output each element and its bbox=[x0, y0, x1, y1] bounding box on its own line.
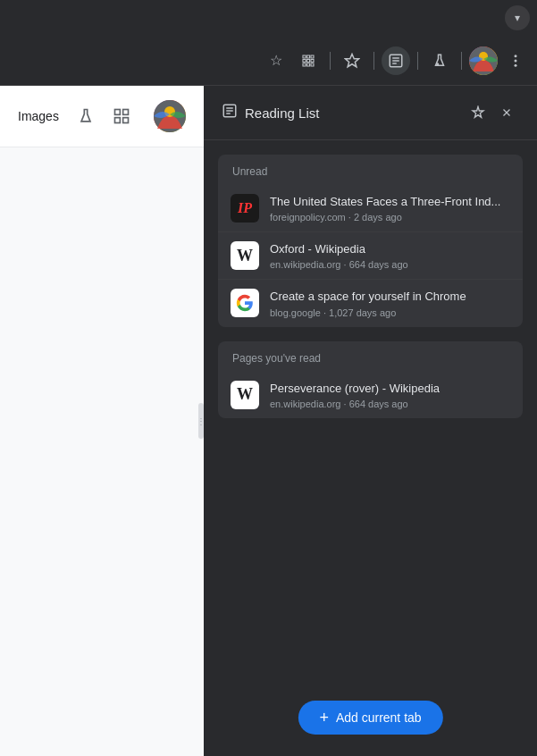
unread-section-header: Unread bbox=[218, 155, 523, 185]
item-title: Oxford - Wikipedia bbox=[270, 241, 510, 257]
list-item[interactable]: W Perseverance (rover) - Wikipedia en.wi… bbox=[218, 372, 523, 418]
main-area: Images bbox=[0, 86, 537, 756]
panel-header: Reading List bbox=[204, 86, 537, 140]
svg-point-10 bbox=[515, 63, 517, 66]
panel-header-actions bbox=[466, 100, 519, 125]
bookmark-icon[interactable]: ☆ bbox=[262, 46, 290, 75]
add-tab-label: Add current tab bbox=[336, 710, 422, 725]
sidebar-profile-avatar[interactable] bbox=[154, 100, 186, 132]
item-text-fp: The United States Faces a Three-Front In… bbox=[270, 194, 510, 223]
svg-point-8 bbox=[515, 55, 517, 57]
top-bar: ▾ bbox=[0, 0, 537, 36]
svg-rect-13 bbox=[114, 118, 120, 123]
item-text-oxford: Oxford - Wikipedia en.wikipedia.org · 66… bbox=[270, 241, 510, 270]
item-title: Perseverance (rover) - Wikipedia bbox=[270, 381, 510, 397]
divider-1 bbox=[330, 52, 331, 70]
reading-list-toolbar-icon[interactable] bbox=[382, 46, 410, 75]
profile-avatar[interactable] bbox=[469, 46, 498, 75]
grid-icon[interactable] bbox=[113, 107, 130, 125]
read-section-header: Pages you've read bbox=[218, 341, 523, 372]
panel-content: Unread IP The United States Faces a Thre… bbox=[204, 140, 537, 756]
pin-button[interactable] bbox=[466, 100, 491, 125]
divider-4 bbox=[461, 52, 462, 70]
divider-2 bbox=[373, 52, 374, 70]
chevron-down-icon: ▾ bbox=[515, 12, 520, 24]
list-item[interactable]: Create a space for yourself in Chrome bl… bbox=[218, 280, 523, 326]
close-button[interactable] bbox=[494, 100, 519, 125]
svg-rect-14 bbox=[123, 118, 129, 123]
sidebar-item-images[interactable]: Images bbox=[18, 109, 59, 123]
unread-section: Unread IP The United States Faces a Thre… bbox=[218, 155, 523, 327]
favicon-google bbox=[231, 289, 259, 317]
item-text-chrome: Create a space for yourself in Chrome bl… bbox=[270, 289, 510, 317]
svg-rect-12 bbox=[123, 110, 129, 115]
item-meta: blog.google · 1,027 days ago bbox=[270, 307, 510, 318]
sidebar-content bbox=[0, 147, 204, 756]
menu-icon[interactable] bbox=[501, 46, 530, 75]
item-title: Create a space for yourself in Chrome bbox=[270, 289, 510, 305]
sidebar: Images bbox=[0, 86, 204, 756]
list-item[interactable]: IP The United States Faces a Three-Front… bbox=[218, 185, 523, 232]
svg-point-5 bbox=[437, 63, 439, 65]
science-icon[interactable] bbox=[425, 46, 454, 75]
sidebar-nav: Images bbox=[0, 86, 204, 147]
list-item[interactable]: W Oxford - Wikipedia en.wikipedia.org · … bbox=[218, 232, 523, 280]
read-section: Pages you've read W Perseverance (rover)… bbox=[218, 341, 523, 418]
item-meta: en.wikipedia.org · 664 days ago bbox=[270, 399, 510, 409]
sidebar-nav-label: Images bbox=[18, 109, 59, 123]
svg-point-9 bbox=[515, 59, 517, 62]
favicon-perseverance-wiki: W bbox=[231, 381, 259, 409]
add-current-tab-button[interactable]: + Add current tab bbox=[298, 701, 442, 735]
reading-list-panel: Reading List Unread bbox=[204, 86, 537, 756]
item-meta: foreignpolicy.com · 2 days ago bbox=[270, 212, 510, 223]
panel-title: Reading List bbox=[245, 105, 458, 121]
item-title: The United States Faces a Three-Front In… bbox=[270, 194, 510, 210]
item-meta: en.wikipedia.org · 664 days ago bbox=[270, 259, 510, 270]
favicon-oxford-wiki: W bbox=[231, 241, 259, 270]
plus-icon: + bbox=[319, 710, 329, 726]
extensions-icon[interactable] bbox=[294, 46, 323, 75]
divider-3 bbox=[417, 52, 418, 70]
browser-toolbar: ☆ bbox=[0, 36, 537, 86]
reading-list-panel-icon bbox=[222, 103, 238, 122]
favicon-foreignpolicy: IP bbox=[231, 194, 259, 223]
svg-rect-11 bbox=[114, 110, 120, 115]
star-outline-icon[interactable] bbox=[338, 46, 366, 75]
expand-button[interactable]: ▾ bbox=[505, 5, 530, 30]
item-text-perseverance: Perseverance (rover) - Wikipedia en.wiki… bbox=[270, 381, 510, 409]
science-sidebar-icon[interactable] bbox=[77, 107, 95, 125]
svg-marker-0 bbox=[346, 54, 359, 66]
